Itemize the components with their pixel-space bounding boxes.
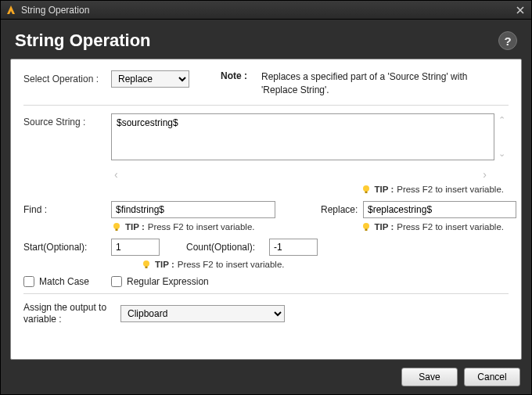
tip-replace: TIP : Press F2 to insert variable. bbox=[361, 221, 509, 232]
textarea-scrollbar[interactable]: ⌃ ⌄ bbox=[494, 113, 509, 160]
divider bbox=[23, 293, 509, 294]
svg-point-2 bbox=[113, 223, 120, 229]
assign-label: Assign the output to variable : bbox=[23, 302, 120, 326]
start-input[interactable] bbox=[111, 239, 160, 256]
scroll-down-icon[interactable]: ⌄ bbox=[498, 149, 505, 159]
lightbulb-icon bbox=[141, 259, 152, 270]
replace-label: Replace: bbox=[321, 204, 363, 215]
match-case-input[interactable] bbox=[23, 276, 34, 287]
find-replace-row: Find : Replace: bbox=[23, 201, 509, 218]
lightbulb-icon bbox=[361, 221, 372, 232]
operation-row: Select Operation : Replace Note : Replac… bbox=[23, 70, 509, 97]
dialog-header: String Operation ? bbox=[1, 20, 531, 59]
save-button[interactable]: Save bbox=[401, 368, 458, 386]
start-label: Start(Optional): bbox=[23, 242, 111, 253]
source-row: Source String : ⌃ ⌄ bbox=[23, 113, 509, 160]
operation-label: Select Operation : bbox=[23, 70, 111, 84]
replace-input[interactable] bbox=[363, 201, 516, 218]
svg-rect-7 bbox=[146, 266, 148, 268]
tip-find: TIP : Press F2 to insert variable. bbox=[111, 221, 361, 232]
regex-input[interactable] bbox=[111, 276, 122, 287]
operation-select[interactable]: Replace bbox=[111, 70, 189, 88]
count-input[interactable] bbox=[269, 239, 318, 256]
scroll-up-icon[interactable]: ⌃ bbox=[498, 115, 505, 125]
svg-point-6 bbox=[143, 260, 149, 267]
string-operation-dialog: String Operation String Operation ? Sele… bbox=[0, 0, 532, 395]
dialog-footer: Save Cancel bbox=[1, 360, 531, 394]
note-block: Note : Replaces a specified part of a 'S… bbox=[221, 70, 480, 97]
app-logo-icon bbox=[5, 5, 16, 16]
source-label: Source String : bbox=[23, 113, 111, 127]
regex-label: Regular Expression bbox=[127, 276, 209, 287]
svg-rect-5 bbox=[365, 228, 367, 231]
cancel-button[interactable]: Cancel bbox=[464, 368, 520, 386]
find-input[interactable] bbox=[111, 201, 275, 218]
svg-point-0 bbox=[363, 185, 369, 192]
tips-find-replace: TIP : Press F2 to insert variable. TIP :… bbox=[23, 218, 509, 239]
titlebar: String Operation bbox=[1, 1, 531, 20]
svg-point-4 bbox=[363, 223, 369, 229]
count-label: Count(Optional): bbox=[186, 242, 269, 253]
textarea-h-scrollbar[interactable]: ‹ › bbox=[111, 168, 502, 181]
tip-start-count: TIP : Press F2 to insert variable. bbox=[141, 259, 509, 270]
assign-row: Assign the output to variable : Clipboar… bbox=[23, 302, 509, 326]
titlebar-title: String Operation bbox=[21, 5, 89, 16]
start-count-row: Start(Optional): Count(Optional): bbox=[23, 239, 509, 256]
lightbulb-icon bbox=[111, 221, 122, 232]
page-title: String Operation bbox=[15, 31, 498, 51]
checks-row: Match Case Regular Expression bbox=[23, 276, 509, 287]
note-label: Note : bbox=[221, 70, 261, 97]
scroll-right-icon[interactable]: › bbox=[483, 168, 487, 181]
divider bbox=[23, 105, 509, 106]
scroll-left-icon[interactable]: ‹ bbox=[114, 168, 118, 181]
match-case-label: Match Case bbox=[39, 276, 89, 287]
tip-source: TIP : Press F2 to insert variable. bbox=[23, 184, 509, 195]
match-case-checkbox[interactable]: Match Case bbox=[23, 276, 89, 287]
form-panel: Select Operation : Replace Note : Replac… bbox=[10, 59, 522, 360]
lightbulb-icon bbox=[361, 184, 372, 195]
regex-checkbox[interactable]: Regular Expression bbox=[111, 276, 209, 287]
find-label: Find : bbox=[23, 204, 111, 215]
svg-rect-1 bbox=[365, 191, 367, 193]
assign-select[interactable]: Clipboard bbox=[120, 305, 285, 322]
source-string-input[interactable] bbox=[111, 113, 494, 160]
tip-text: Press F2 to insert variable. bbox=[397, 185, 504, 194]
svg-rect-3 bbox=[116, 228, 118, 231]
tip-label: TIP : bbox=[375, 185, 394, 194]
help-button[interactable]: ? bbox=[498, 31, 517, 50]
note-text: Replaces a specified part of a 'Source S… bbox=[261, 70, 480, 97]
close-icon[interactable] bbox=[514, 4, 527, 16]
